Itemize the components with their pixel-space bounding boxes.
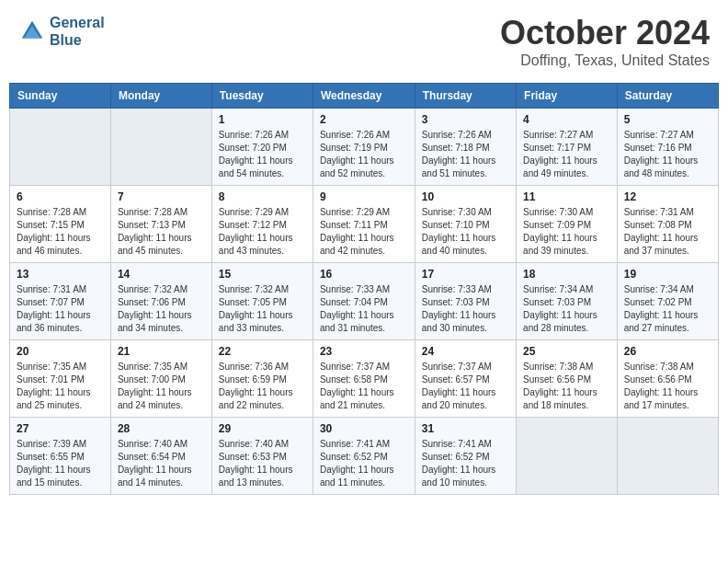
day-number: 22 [219, 345, 306, 358]
calendar-header: SundayMondayTuesdayWednesdayThursdayFrid… [10, 84, 719, 109]
day-number: 8 [219, 190, 306, 203]
page-header: General Blue October 2024 Doffing, Texas… [9, 9, 719, 74]
day-number: 10 [422, 190, 509, 203]
day-info: Sunrise: 7:41 AM Sunset: 6:52 PM Dayligh… [320, 438, 408, 489]
day-cell: 30Sunrise: 7:41 AM Sunset: 6:52 PM Dayli… [313, 418, 415, 495]
day-number: 18 [523, 268, 610, 281]
day-number: 14 [118, 268, 205, 281]
day-number: 23 [320, 345, 408, 358]
day-number: 12 [624, 190, 711, 203]
day-cell: 26Sunrise: 7:38 AM Sunset: 6:56 PM Dayli… [617, 340, 718, 418]
day-info: Sunrise: 7:26 AM Sunset: 7:20 PM Dayligh… [219, 129, 306, 180]
day-cell: 1Sunrise: 7:26 AM Sunset: 7:20 PM Daylig… [211, 109, 313, 186]
day-info: Sunrise: 7:38 AM Sunset: 6:56 PM Dayligh… [523, 361, 610, 412]
day-number: 16 [320, 268, 408, 281]
day-cell: 21Sunrise: 7:35 AM Sunset: 7:00 PM Dayli… [110, 340, 211, 418]
week-row-5: 27Sunrise: 7:39 AM Sunset: 6:55 PM Dayli… [10, 418, 719, 495]
day-number: 5 [624, 113, 711, 126]
day-cell: 14Sunrise: 7:32 AM Sunset: 7:06 PM Dayli… [110, 263, 211, 340]
week-row-3: 13Sunrise: 7:31 AM Sunset: 7:07 PM Dayli… [10, 263, 719, 340]
title-block: October 2024 Doffing, Texas, United Stat… [500, 14, 710, 69]
day-cell: 23Sunrise: 7:37 AM Sunset: 6:58 PM Dayli… [313, 340, 415, 418]
day-number: 11 [523, 190, 610, 203]
day-info: Sunrise: 7:27 AM Sunset: 7:17 PM Dayligh… [523, 129, 610, 180]
day-header-sunday: Sunday [10, 84, 111, 109]
logo-icon [18, 17, 46, 45]
day-cell: 27Sunrise: 7:39 AM Sunset: 6:55 PM Dayli… [10, 418, 111, 495]
day-info: Sunrise: 7:40 AM Sunset: 6:54 PM Dayligh… [118, 438, 205, 489]
day-cell: 31Sunrise: 7:41 AM Sunset: 6:52 PM Dayli… [415, 418, 516, 495]
day-header-tuesday: Tuesday [211, 84, 313, 109]
calendar-table: SundayMondayTuesdayWednesdayThursdayFrid… [9, 83, 719, 495]
day-cell: 29Sunrise: 7:40 AM Sunset: 6:53 PM Dayli… [211, 418, 313, 495]
day-cell: 6Sunrise: 7:28 AM Sunset: 7:15 PM Daylig… [10, 186, 111, 263]
day-header-saturday: Saturday [617, 84, 718, 109]
day-number: 4 [523, 113, 610, 126]
location: Doffing, Texas, United States [500, 52, 710, 69]
logo-text: General Blue [50, 14, 105, 49]
day-info: Sunrise: 7:34 AM Sunset: 7:03 PM Dayligh… [523, 283, 610, 335]
day-number: 17 [422, 268, 509, 281]
day-info: Sunrise: 7:36 AM Sunset: 6:59 PM Dayligh… [219, 361, 306, 412]
day-number: 26 [624, 345, 711, 358]
day-cell: 12Sunrise: 7:31 AM Sunset: 7:08 PM Dayli… [617, 186, 718, 263]
day-cell: 25Sunrise: 7:38 AM Sunset: 6:56 PM Dayli… [517, 340, 618, 418]
day-cell: 16Sunrise: 7:33 AM Sunset: 7:04 PM Dayli… [313, 263, 415, 340]
day-number: 2 [320, 113, 408, 126]
day-header-thursday: Thursday [415, 84, 516, 109]
month-title: October 2024 [500, 14, 710, 52]
day-header-wednesday: Wednesday [313, 84, 415, 109]
week-row-2: 6Sunrise: 7:28 AM Sunset: 7:15 PM Daylig… [10, 186, 719, 263]
day-info: Sunrise: 7:41 AM Sunset: 6:52 PM Dayligh… [422, 438, 509, 489]
day-cell: 24Sunrise: 7:37 AM Sunset: 6:57 PM Dayli… [415, 340, 516, 418]
day-cell [10, 109, 111, 186]
day-info: Sunrise: 7:29 AM Sunset: 7:12 PM Dayligh… [219, 206, 306, 258]
day-header-monday: Monday [110, 84, 211, 109]
day-cell: 3Sunrise: 7:26 AM Sunset: 7:18 PM Daylig… [415, 109, 516, 186]
day-number: 13 [17, 268, 104, 281]
day-number: 19 [624, 268, 711, 281]
day-cell: 11Sunrise: 7:30 AM Sunset: 7:09 PM Dayli… [517, 186, 618, 263]
day-info: Sunrise: 7:30 AM Sunset: 7:10 PM Dayligh… [422, 206, 509, 258]
day-number: 24 [422, 345, 509, 358]
day-number: 6 [17, 190, 104, 203]
day-cell: 13Sunrise: 7:31 AM Sunset: 7:07 PM Dayli… [10, 263, 111, 340]
day-cell: 8Sunrise: 7:29 AM Sunset: 7:12 PM Daylig… [211, 186, 313, 263]
day-cell: 20Sunrise: 7:35 AM Sunset: 7:01 PM Dayli… [10, 340, 111, 418]
day-cell: 19Sunrise: 7:34 AM Sunset: 7:02 PM Dayli… [617, 263, 718, 340]
day-number: 20 [17, 345, 104, 358]
day-info: Sunrise: 7:30 AM Sunset: 7:09 PM Dayligh… [523, 206, 610, 258]
day-info: Sunrise: 7:32 AM Sunset: 7:06 PM Dayligh… [118, 283, 205, 335]
day-info: Sunrise: 7:31 AM Sunset: 7:08 PM Dayligh… [624, 206, 711, 258]
day-info: Sunrise: 7:33 AM Sunset: 7:03 PM Dayligh… [422, 283, 509, 335]
day-cell: 28Sunrise: 7:40 AM Sunset: 6:54 PM Dayli… [110, 418, 211, 495]
day-cell: 22Sunrise: 7:36 AM Sunset: 6:59 PM Dayli… [211, 340, 313, 418]
day-info: Sunrise: 7:35 AM Sunset: 7:01 PM Dayligh… [17, 361, 104, 412]
day-number: 28 [118, 422, 205, 435]
day-info: Sunrise: 7:29 AM Sunset: 7:11 PM Dayligh… [320, 206, 408, 258]
day-number: 21 [118, 345, 205, 358]
day-cell [617, 418, 718, 495]
day-cell: 7Sunrise: 7:28 AM Sunset: 7:13 PM Daylig… [110, 186, 211, 263]
day-cell: 2Sunrise: 7:26 AM Sunset: 7:19 PM Daylig… [313, 109, 415, 186]
day-number: 27 [17, 422, 104, 435]
day-info: Sunrise: 7:26 AM Sunset: 7:18 PM Dayligh… [422, 129, 509, 180]
header-row: SundayMondayTuesdayWednesdayThursdayFrid… [10, 84, 719, 109]
day-number: 1 [219, 113, 306, 126]
day-number: 25 [523, 345, 610, 358]
day-info: Sunrise: 7:33 AM Sunset: 7:04 PM Dayligh… [320, 283, 408, 335]
day-cell: 17Sunrise: 7:33 AM Sunset: 7:03 PM Dayli… [415, 263, 516, 340]
day-number: 31 [422, 422, 509, 435]
day-cell: 15Sunrise: 7:32 AM Sunset: 7:05 PM Dayli… [211, 263, 313, 340]
day-info: Sunrise: 7:26 AM Sunset: 7:19 PM Dayligh… [320, 129, 408, 180]
logo: General Blue [18, 14, 105, 49]
day-number: 9 [320, 190, 408, 203]
week-row-4: 20Sunrise: 7:35 AM Sunset: 7:01 PM Dayli… [10, 340, 719, 418]
day-cell: 18Sunrise: 7:34 AM Sunset: 7:03 PM Dayli… [517, 263, 618, 340]
day-number: 29 [219, 422, 306, 435]
day-cell [517, 418, 618, 495]
day-info: Sunrise: 7:32 AM Sunset: 7:05 PM Dayligh… [219, 283, 306, 335]
day-info: Sunrise: 7:35 AM Sunset: 7:00 PM Dayligh… [118, 361, 205, 412]
day-cell: 4Sunrise: 7:27 AM Sunset: 7:17 PM Daylig… [517, 109, 618, 186]
day-info: Sunrise: 7:31 AM Sunset: 7:07 PM Dayligh… [17, 283, 104, 335]
